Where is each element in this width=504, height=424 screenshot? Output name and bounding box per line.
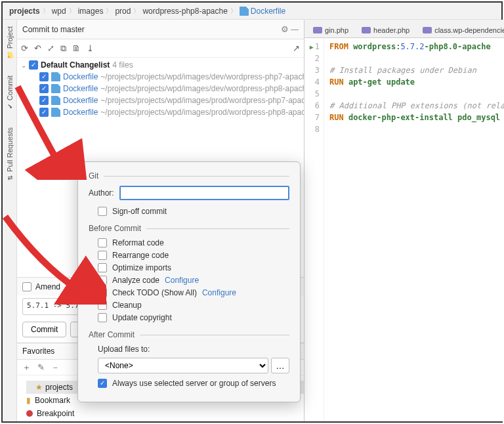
- changelist-file[interactable]: Dockerfile ~/projects/projects/wpd/image…: [17, 71, 304, 83]
- tab-pull-requests[interactable]: ⇅Pull Requests: [5, 125, 15, 184]
- checkbox[interactable]: [29, 60, 38, 70]
- author-label: Author:: [89, 188, 114, 198]
- always-label: Always use selected server or group of s…: [112, 379, 276, 388]
- php-icon: [423, 27, 432, 33]
- refresh-icon[interactable]: ⟳: [21, 43, 28, 53]
- commit-toolbar: ⟳ ↶ ⤢ ⧉ 🗎 ⤓ ↗: [17, 39, 304, 58]
- after-commit-label: After Commit: [89, 330, 289, 339]
- optimize-label: Optimize imports: [112, 263, 171, 272]
- left-tool-tabs: 📁Project ✔Commit ⇅Pull Requests: [3, 20, 17, 421]
- php-icon: [362, 27, 371, 33]
- todo-label: Check TODO (Show All): [112, 288, 197, 297]
- shelve-icon[interactable]: ⤓: [87, 43, 94, 53]
- favorites-item-label: Breakpoint: [37, 409, 74, 418]
- dockerfile-icon: [240, 7, 249, 16]
- group-icon[interactable]: ⧉: [60, 43, 66, 54]
- dockerfile-icon: [51, 96, 60, 105]
- remove-icon[interactable]: －: [51, 362, 60, 373]
- signoff-checkbox[interactable]: [98, 207, 107, 216]
- favorites-item-label: projects: [45, 383, 73, 392]
- before-commit-label: Before Commit: [89, 224, 289, 233]
- file-path: ~/projects/projects/wpd/images/prod/word…: [100, 96, 304, 105]
- file-name: Dockerfile: [63, 72, 98, 81]
- author-input[interactable]: [119, 186, 289, 200]
- cleanup-checkbox[interactable]: [98, 301, 107, 310]
- add-icon[interactable]: ＋: [22, 362, 31, 373]
- diff-icon[interactable]: ⤢: [47, 43, 54, 53]
- editor-tab[interactable]: class.wp-dependencies.php: [417, 22, 504, 37]
- tab-label: gin.php: [325, 26, 348, 34]
- breadcrumb-item[interactable]: images: [78, 7, 104, 16]
- amend-label: Amend: [35, 282, 60, 291]
- changelist-name: Default Changelist: [41, 60, 110, 70]
- hide-icon[interactable]: —: [291, 25, 299, 34]
- analyze-label: Analyze code: [112, 276, 159, 285]
- file-name: Dockerfile: [63, 108, 98, 117]
- rearrange-checkbox[interactable]: [98, 251, 107, 260]
- file-name: Dockerfile: [63, 84, 98, 93]
- reformat-checkbox[interactable]: [98, 238, 107, 247]
- tab-label: class.wp-dependencies.php: [434, 26, 504, 34]
- commit-button[interactable]: Commit: [22, 322, 66, 337]
- changelist-file[interactable]: Dockerfile ~/projects/projects/wpd/image…: [17, 106, 304, 118]
- git-section-label: Git: [89, 171, 289, 180]
- dockerfile-icon: [51, 72, 60, 81]
- commit-options-popup: Git Author: Sign-off commit Before Commi…: [77, 161, 301, 402]
- changelist-file[interactable]: Dockerfile ~/projects/projects/wpd/image…: [17, 95, 304, 106]
- file-path: ~/projects/projects/wpd/images/dev/wordp…: [100, 72, 304, 81]
- edit-icon[interactable]: ✎: [37, 362, 45, 372]
- dockerfile-icon: [51, 108, 60, 117]
- checkbox[interactable]: [39, 108, 49, 117]
- amend-checkbox[interactable]: [22, 282, 32, 291]
- editor-tab[interactable]: header.php: [356, 22, 415, 37]
- gear-icon[interactable]: ⚙: [281, 24, 289, 34]
- todo-checkbox[interactable]: [98, 288, 107, 297]
- changelist-icon[interactable]: 🗎: [72, 43, 81, 53]
- breadcrumb-item[interactable]: prod: [115, 7, 131, 16]
- cleanup-label: Cleanup: [112, 301, 142, 310]
- always-checkbox[interactable]: [98, 379, 107, 388]
- revert-icon[interactable]: ↶: [34, 43, 41, 53]
- editor-code[interactable]: FROM wordpress:5.7.2-php8.0-apache# Inst…: [324, 38, 504, 421]
- file-path: ~/projects/projects/wpd/images/prod/word…: [100, 108, 304, 117]
- copyright-checkbox[interactable]: [98, 313, 107, 322]
- bookmark-icon: ▮: [26, 396, 31, 405]
- dockerfile-icon: [51, 84, 60, 93]
- expand-icon[interactable]: ↗: [293, 43, 300, 53]
- upload-label: Upload files to:: [98, 345, 150, 354]
- favorites-item[interactable]: Breakpoint: [17, 407, 304, 420]
- upload-browse-button[interactable]: …: [271, 358, 289, 373]
- tab-commit[interactable]: ✔Commit: [5, 73, 15, 113]
- analyze-checkbox[interactable]: [98, 276, 107, 285]
- breadcrumb-item[interactable]: wordpress-php8-apache: [142, 7, 227, 16]
- tab-label: header.php: [373, 26, 410, 34]
- upload-select[interactable]: <None>: [98, 358, 268, 373]
- optimize-checkbox[interactable]: [98, 263, 107, 272]
- breadcrumb-file[interactable]: Dockerfile: [240, 7, 285, 16]
- file-name: Dockerfile: [63, 96, 98, 105]
- changelist-header[interactable]: ⌄ Default Changelist 4 files: [17, 59, 304, 71]
- tab-project[interactable]: 📁Project: [5, 24, 15, 61]
- checkbox[interactable]: [39, 84, 49, 93]
- file-path: ~/projects/projects/wpd/images/dev/wordp…: [100, 84, 304, 93]
- todo-configure-link[interactable]: Configure: [202, 288, 236, 297]
- breakpoint-icon: [26, 410, 33, 417]
- commit-header-title: Commit to master: [22, 25, 281, 34]
- checkbox[interactable]: [39, 96, 49, 105]
- editor-tabs: gin.phpheader.phpclass.wp-dependencies.p…: [304, 20, 504, 38]
- breadcrumb: projects〉 wpd〉 images〉 prod〉 wordpress-p…: [3, 3, 501, 20]
- editor-tab[interactable]: gin.php: [307, 22, 354, 37]
- breadcrumb-item[interactable]: wpd: [52, 7, 66, 16]
- star-icon: ★: [35, 383, 43, 392]
- editor-pane: gin.phpheader.phpclass.wp-dependencies.p…: [304, 20, 504, 421]
- gear-icon[interactable]: ⚙: [66, 282, 74, 291]
- editor-gutter: ▶12345678: [304, 38, 324, 421]
- breadcrumb-item[interactable]: projects: [9, 7, 40, 16]
- rearrange-label: Rearrange code: [112, 251, 169, 260]
- checkbox[interactable]: [39, 72, 49, 81]
- copyright-label: Update copyright: [112, 313, 172, 322]
- analyze-configure-link[interactable]: Configure: [165, 276, 199, 285]
- changelist-count: 4 files: [112, 60, 133, 70]
- chevron-down-icon: ⌄: [21, 62, 26, 69]
- changelist-file[interactable]: Dockerfile ~/projects/projects/wpd/image…: [17, 83, 304, 95]
